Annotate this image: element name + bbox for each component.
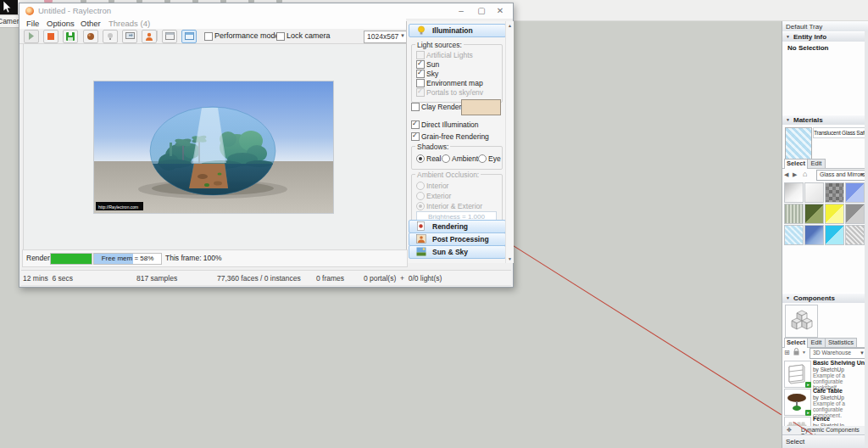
rendering-icon [416, 221, 426, 231]
performance-mode-checkbox[interactable] [204, 32, 213, 41]
material-swatch[interactable] [804, 204, 824, 224]
grain-free-checkbox[interactable] [411, 132, 420, 141]
minimize-button[interactable]: – [452, 5, 470, 17]
faces-count: 77,360 faces / 0 instances [217, 274, 301, 283]
window-view-icon[interactable] [162, 30, 177, 43]
material-swatch[interactable] [784, 204, 804, 224]
ambient-radio[interactable] [442, 154, 450, 163]
illumination-section-header[interactable]: Illumination [409, 24, 506, 37]
scroll-up-icon[interactable]: ▲ [506, 21, 514, 30]
material-category-dropdown[interactable]: Glass and Mirrors ▼ [816, 170, 867, 181]
maximize-button[interactable]: ▢ [472, 5, 491, 17]
rendering-section-header[interactable]: Rendering [409, 220, 506, 233]
render-stop-button[interactable] [43, 30, 58, 43]
dynamic-component-badge: ▸ [805, 410, 811, 416]
samples-count: 817 samples [136, 274, 177, 283]
send-to-screen-icon[interactable] [122, 30, 137, 43]
tab-statistics[interactable]: Statistics [825, 338, 857, 347]
clay-color-swatch[interactable] [461, 99, 501, 115]
sample-back-icon[interactable]: ◀ [784, 170, 788, 179]
component-source-dropdown[interactable]: 3D Warehouse ▼ [810, 348, 867, 359]
free-memory-bar: Free mem = 58% [93, 253, 162, 265]
material-swatch[interactable] [825, 225, 844, 245]
artificial-lights-checkbox[interactable] [416, 51, 425, 59]
raylectron-app-icon [25, 7, 34, 15]
collapse-triangle-icon: ▼ [786, 34, 790, 39]
tab-select[interactable]: Select [784, 338, 808, 348]
material-swatch[interactable] [845, 225, 865, 245]
active-material-preview [785, 127, 812, 160]
resolution-dropdown[interactable]: 1024x567 ▼ [364, 31, 408, 43]
tray-scrollbar[interactable] [865, 31, 868, 448]
real-radio[interactable] [416, 154, 425, 163]
tray-bottom-section-header[interactable]: Select [782, 434, 868, 448]
material-swatch[interactable] [825, 204, 844, 224]
dynamic-component-badge: ▸ [805, 382, 811, 388]
material-swatch[interactable] [804, 225, 824, 245]
material-swatch[interactable] [825, 182, 844, 203]
post-processing-section-header[interactable]: Post Processing [409, 232, 506, 246]
components-body: Select Edit Statistics ⊞ ▼ 3D Warehouse … [782, 303, 868, 426]
materials-tool-icon[interactable] [83, 30, 98, 43]
toolbar: Performance mode Lock camera 1024x567 ▼ [19, 29, 406, 44]
clay-rendering-checkbox[interactable] [411, 103, 420, 111]
portals-checkbox[interactable] [416, 88, 425, 97]
render-progress-fill [51, 254, 92, 264]
lightbulb-icon [416, 25, 426, 35]
render-play-button[interactable] [24, 30, 39, 43]
active-window-view-icon[interactable] [181, 30, 197, 43]
save-button[interactable] [63, 30, 78, 43]
this-frame-label: This frame: 100% [165, 254, 222, 262]
statistics-strip: 12 mins 6 secs 817 samples 77,360 faces … [21, 270, 511, 286]
menu-bar: File Options Other Threads (4) [19, 19, 406, 29]
lights-tool-icon[interactable] [103, 30, 118, 43]
settings-panel: Illumination Light sources: Artificial L… [406, 21, 514, 263]
tab-select[interactable]: Select [784, 159, 808, 169]
lock-camera-checkbox[interactable] [276, 32, 285, 41]
exterior-radio[interactable] [416, 192, 425, 200]
dynamic-components-training-link[interactable]: ✥ Dynamic Components Training [782, 426, 868, 434]
move-icon: ✥ [787, 427, 792, 434]
home-icon[interactable]: ⌂ [803, 170, 807, 179]
interior-radio[interactable] [416, 182, 425, 190]
sun-checkbox[interactable] [416, 60, 425, 69]
in-model-icon[interactable]: ⊞ [784, 348, 790, 357]
component-item-shelving[interactable]: ▸ Basic Shelving Unit by SketchUp Exampl… [784, 360, 866, 388]
eye-radio[interactable] [478, 154, 487, 163]
material-swatch[interactable] [845, 182, 865, 203]
free-memory-label: Free mem = 58% [94, 255, 161, 262]
material-swatch[interactable] [804, 182, 824, 203]
panel-scrollbar[interactable]: ▲ ▼ [505, 21, 514, 263]
close-button[interactable]: ✕ [491, 5, 509, 17]
chevron-down-icon: ▼ [400, 33, 405, 38]
material-swatch[interactable] [784, 182, 804, 203]
menu-file[interactable]: File [26, 19, 39, 29]
material-swatch[interactable] [784, 225, 804, 245]
title-bar[interactable]: Untitled - Raylectron – ▢ ✕ [19, 3, 513, 20]
entity-info-body: No Selection [782, 42, 868, 115]
interior-exterior-radio[interactable] [416, 202, 425, 210]
portals-lights-count: 0 portal(s) + 0/0 light(s) [364, 274, 442, 283]
menu-options[interactable]: Options [47, 19, 75, 29]
sky-checkbox[interactable] [416, 70, 425, 78]
environment-map-checkbox[interactable] [416, 79, 425, 87]
component-thumbnail: ▸ [784, 361, 811, 388]
entity-info-status: No Selection [787, 44, 828, 52]
shadows-group: Shadows: Real Ambient Eye [411, 146, 503, 170]
portrait-mode-icon[interactable] [142, 30, 157, 43]
sun-and-sky-section-header[interactable]: Sun & Sky [409, 245, 506, 259]
landscape-icon [416, 247, 426, 256]
components-controls: ⊞ ▼ 3D Warehouse ▼ [784, 348, 865, 358]
lock-icon[interactable] [793, 348, 799, 358]
component-item-cafe-table[interactable]: ▸ Cafe Table by SketchUp Example of a co… [784, 388, 866, 416]
menu-threads[interactable]: Threads (4) [108, 19, 150, 29]
tab-edit[interactable]: Edit [807, 338, 826, 347]
chevron-down-icon[interactable]: ▼ [802, 348, 806, 357]
tab-edit[interactable]: Edit [807, 159, 826, 168]
direct-illumination-checkbox[interactable] [411, 120, 420, 129]
material-swatch[interactable] [845, 204, 865, 224]
sample-forward-icon[interactable]: ▶ [793, 170, 797, 179]
menu-other[interactable]: Other [81, 19, 101, 29]
cursor-arrow-icon [0, 0, 14, 14]
scroll-down-icon[interactable]: ▼ [506, 255, 514, 263]
